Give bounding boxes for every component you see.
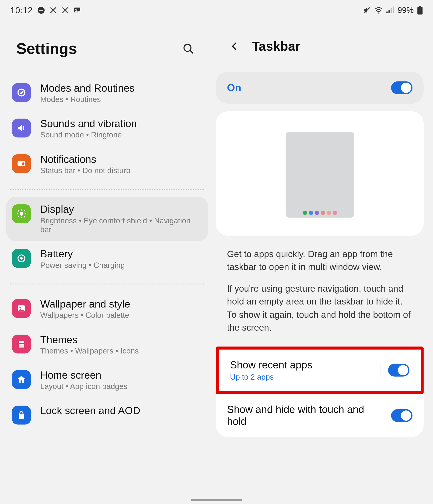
settings-item-sub: Themes • Wallpapers • Icons <box>40 346 139 356</box>
settings-rows-card: Show and hide with touch and hold <box>216 394 424 437</box>
svg-point-12 <box>184 44 191 51</box>
svg-line-24 <box>18 216 19 217</box>
settings-item-title: Wallpaper and style <box>40 298 130 310</box>
svg-rect-31 <box>19 346 24 347</box>
image-icon <box>12 299 31 318</box>
settings-item-title: Notifications <box>40 153 130 165</box>
settings-item-title: Lock screen and AOD <box>40 405 140 417</box>
battery-pct: 99% <box>397 6 414 15</box>
svg-rect-11 <box>417 7 423 14</box>
svg-rect-8 <box>390 8 392 13</box>
settings-item-wallpaper[interactable]: Wallpaper and styleWallpapers • Color pa… <box>6 291 208 327</box>
battery-icon <box>12 249 31 268</box>
mute-icon <box>363 7 371 14</box>
svg-rect-10 <box>419 6 421 7</box>
settings-left-pane: Settings Modes and RoutinesModes • Routi… <box>0 20 214 503</box>
highlighted-setting: Show recent appsUp to 2 apps <box>216 346 424 394</box>
settings-item-display[interactable]: DisplayBrightness • Eye comfort shield •… <box>6 197 208 241</box>
sound-icon <box>12 119 31 138</box>
taskbar-right-pane: Taskbar On Get to apps quickly. Drag an … <box>214 20 433 503</box>
status-bar: 10:12 99% <box>0 0 433 20</box>
settings-item-title: Sounds and vibration <box>40 118 137 130</box>
settings-item-sub: Layout • App icon badges <box>40 382 128 391</box>
settings-item-modes[interactable]: Modes and RoutinesModes • Routines <box>6 75 208 111</box>
search-icon <box>182 43 194 55</box>
detail-title: Taskbar <box>252 39 300 54</box>
svg-line-22 <box>18 210 19 211</box>
svg-line-13 <box>190 50 193 54</box>
sun-icon <box>12 204 31 223</box>
row-separator <box>380 362 380 378</box>
setting-toggle-recent[interactable] <box>388 364 409 377</box>
notif-icon <box>12 154 31 173</box>
setting-row-recent[interactable]: Show recent appsUp to 2 apps <box>219 349 421 391</box>
lock-icon <box>12 406 31 425</box>
setting-row-title: Show recent apps <box>230 359 372 371</box>
svg-rect-30 <box>19 344 24 346</box>
settings-item-lock[interactable]: Lock screen and AOD <box>6 398 208 432</box>
settings-item-battery[interactable]: BatteryPower saving • Charging <box>6 241 208 277</box>
theme-icon <box>12 335 31 353</box>
modes-icon <box>12 83 31 102</box>
signal-icon <box>386 7 394 14</box>
svg-line-23 <box>24 216 25 217</box>
dnd-icon <box>37 7 45 14</box>
settings-item-sub: Sound mode • Ringtone <box>40 131 137 140</box>
svg-rect-6 <box>386 12 388 13</box>
svg-point-29 <box>19 307 21 308</box>
status-time: 10:12 <box>10 5 33 15</box>
settings-item-home[interactable]: Home screenLayout • App icon badges <box>6 362 208 398</box>
x-icon <box>61 7 69 14</box>
back-button[interactable] <box>226 38 243 55</box>
svg-point-5 <box>378 13 379 14</box>
settings-item-themes[interactable]: ThemesThemes • Wallpapers • Icons <box>6 327 208 362</box>
svg-point-17 <box>20 212 23 216</box>
preview-taskbar <box>286 211 354 215</box>
settings-item-sounds[interactable]: Sounds and vibrationSound mode • Rington… <box>6 111 208 146</box>
settings-title: Settings <box>16 40 179 58</box>
svg-point-16 <box>22 162 25 165</box>
setting-toggle-touchhold[interactable] <box>391 409 413 422</box>
svg-rect-7 <box>388 10 390 13</box>
settings-item-title: Display <box>40 203 202 215</box>
x-icon <box>49 7 57 14</box>
image-icon <box>73 7 81 14</box>
settings-item-notif[interactable]: NotificationsStatus bar • Do not disturb <box>6 146 208 182</box>
setting-row-sub: Up to 2 apps <box>230 373 372 382</box>
taskbar-description: Get to apps quickly. Drag an app from th… <box>214 243 427 346</box>
svg-point-3 <box>75 9 76 10</box>
master-toggle-label: On <box>227 82 391 94</box>
svg-rect-9 <box>393 7 394 13</box>
settings-item-sub: Modes • Routines <box>40 95 135 104</box>
svg-point-27 <box>20 257 23 260</box>
search-button[interactable] <box>179 39 198 58</box>
setting-row-title: Show and hide with touch and hold <box>227 404 383 427</box>
settings-item-sub: Status bar • Do not disturb <box>40 166 130 175</box>
wifi-icon <box>374 7 383 14</box>
battery-icon <box>417 6 423 15</box>
svg-rect-32 <box>19 414 24 419</box>
chevron-left-icon <box>230 41 240 51</box>
settings-item-title: Themes <box>40 334 139 346</box>
settings-item-sub: Power saving • Charging <box>40 261 125 270</box>
taskbar-preview <box>216 111 424 235</box>
preview-device <box>286 132 354 217</box>
settings-item-title: Home screen <box>40 369 128 381</box>
settings-item-sub: Wallpapers • Color palette <box>40 311 130 320</box>
settings-item-title: Modes and Routines <box>40 82 135 94</box>
svg-rect-1 <box>39 10 43 10</box>
svg-line-25 <box>24 210 25 211</box>
master-toggle-card: On <box>216 72 424 104</box>
setting-row-touchhold[interactable]: Show and hide with touch and hold <box>216 394 424 437</box>
home-icon <box>12 370 31 389</box>
settings-item-sub: Brightness • Eye comfort shield • Naviga… <box>40 216 202 234</box>
gesture-bar <box>191 499 242 501</box>
settings-item-title: Battery <box>40 248 125 260</box>
master-toggle-switch[interactable] <box>391 81 413 94</box>
